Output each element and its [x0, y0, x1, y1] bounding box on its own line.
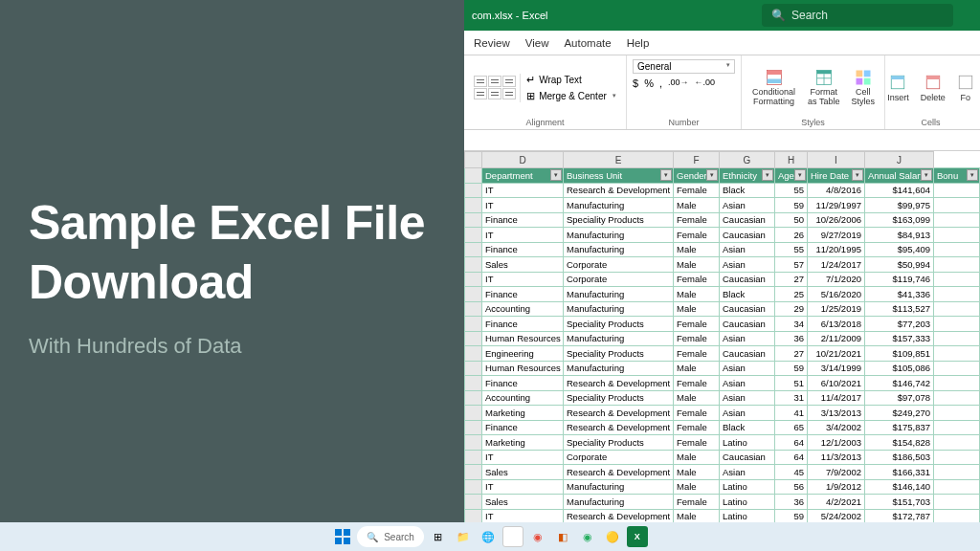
cell[interactable]: Black — [720, 183, 775, 198]
cell[interactable]: 57 — [775, 257, 808, 273]
cell[interactable]: 12/1/2003 — [808, 435, 865, 451]
cell[interactable]: 10/26/2006 — [808, 212, 865, 228]
cell[interactable]: Sales — [482, 257, 564, 273]
cell[interactable]: 10/21/2021 — [808, 346, 865, 362]
cell[interactable]: Marketing — [482, 435, 564, 451]
cell[interactable]: 25 — [775, 287, 808, 302]
table-row[interactable]: ITCorporateFemaleCaucasian277/1/2020$119… — [465, 272, 980, 287]
cell[interactable]: $141,604 — [865, 183, 934, 198]
cell[interactable]: 4/2/2021 — [808, 495, 865, 510]
cell[interactable]: Manufacturing — [564, 331, 674, 346]
cell[interactable]: Finance — [482, 317, 564, 332]
cell[interactable]: $105,086 — [865, 361, 934, 376]
table-header-cell[interactable]: Business Unit▾ — [564, 168, 674, 184]
cell[interactable]: 4/8/2016 — [808, 183, 865, 198]
filter-dropdown-icon[interactable]: ▾ — [706, 169, 718, 181]
cell[interactable]: Marketing — [482, 406, 564, 421]
table-row[interactable]: ITResearch & DevelopmentFemaleBlack554/8… — [465, 183, 980, 198]
edge-icon[interactable]: 🌐 — [478, 526, 499, 547]
cell[interactable]: Male — [674, 361, 720, 376]
cell[interactable]: 11/3/2013 — [808, 450, 865, 465]
cell[interactable]: Finance — [482, 212, 564, 228]
format-button[interactable]: Fo — [953, 72, 978, 104]
cell[interactable]: 7/1/2020 — [808, 272, 865, 287]
cell[interactable]: Speciality Products — [564, 212, 674, 228]
cell[interactable]: Female — [674, 376, 720, 391]
cell[interactable]: Male — [674, 390, 720, 406]
filter-dropdown-icon[interactable]: ▾ — [762, 169, 773, 181]
cell[interactable]: 36 — [775, 495, 808, 510]
cell[interactable]: Speciality Products — [564, 435, 674, 451]
cell[interactable]: $146,140 — [865, 479, 934, 495]
cell[interactable]: IT — [482, 450, 564, 465]
table-row[interactable]: MarketingSpeciality ProductsFemaleLatino… — [465, 435, 980, 451]
cell[interactable]: 26 — [775, 228, 808, 243]
cell[interactable]: IT — [482, 198, 564, 213]
table-header-cell[interactable]: Gender▾ — [674, 168, 720, 184]
cell[interactable]: Manufacturing — [564, 228, 674, 243]
cell[interactable]: 1/25/2019 — [808, 301, 865, 317]
cell[interactable]: IT — [482, 479, 564, 495]
cell[interactable]: Black — [720, 287, 775, 302]
app-icon[interactable]: ◉ — [527, 526, 548, 547]
tab-view[interactable]: View — [525, 37, 549, 49]
table-row[interactable]: ITManufacturingMaleAsian5911/29/1997$99,… — [465, 198, 980, 213]
cell[interactable]: 34 — [775, 317, 808, 332]
comma-button[interactable]: , — [659, 77, 662, 89]
cell[interactable]: Caucasian — [720, 450, 775, 465]
cell[interactable]: Caucasian — [720, 228, 775, 243]
cell[interactable]: 3/13/2013 — [808, 406, 865, 421]
start-button[interactable] — [332, 526, 353, 547]
table-row[interactable]: FinanceManufacturingMaleBlack255/16/2020… — [465, 287, 980, 302]
cell[interactable]: $163,099 — [865, 212, 934, 228]
cell[interactable]: $146,742 — [865, 376, 934, 391]
cell[interactable]: IT — [482, 228, 564, 243]
cell[interactable]: $97,078 — [865, 390, 934, 406]
table-header-cell[interactable]: Ethnicity▾ — [720, 168, 775, 184]
cell[interactable]: 6/10/2021 — [808, 376, 865, 391]
explorer-icon[interactable]: 📁 — [453, 526, 474, 547]
cell[interactable]: 1/24/2017 — [808, 257, 865, 273]
table-header-cell[interactable]: Department▾ — [482, 168, 564, 184]
cell[interactable]: 9/27/2019 — [808, 228, 865, 243]
cell[interactable]: IT — [482, 272, 564, 287]
cell[interactable]: 2/11/2009 — [808, 331, 865, 346]
cell[interactable]: Black — [720, 420, 775, 435]
formula-bar[interactable] — [464, 130, 980, 151]
table-row[interactable]: ITCorporateMaleCaucasian6411/3/2013$186,… — [465, 450, 980, 465]
cell[interactable]: Accounting — [482, 390, 564, 406]
cell[interactable]: Research & Development — [564, 420, 674, 435]
table-row[interactable]: FinanceSpeciality ProductsFemaleCaucasia… — [465, 212, 980, 228]
cell[interactable]: Male — [674, 198, 720, 213]
cell[interactable]: Speciality Products — [564, 317, 674, 332]
cell[interactable]: Asian — [720, 406, 775, 421]
cell[interactable]: Manufacturing — [564, 301, 674, 317]
cell[interactable]: Caucasian — [720, 317, 775, 332]
table-row[interactable]: FinanceResearch & DevelopmentFemaleBlack… — [465, 420, 980, 435]
cell[interactable]: Speciality Products — [564, 390, 674, 406]
cell[interactable]: Sales — [482, 465, 564, 480]
filter-dropdown-icon[interactable]: ▾ — [550, 169, 562, 181]
cell[interactable]: 27 — [775, 272, 808, 287]
cell[interactable]: Male — [674, 479, 720, 495]
cell[interactable]: Asian — [720, 331, 775, 346]
cell[interactable]: 41 — [775, 406, 808, 421]
cell[interactable]: Latino — [720, 435, 775, 451]
cell[interactable]: Sales — [482, 495, 564, 510]
cell[interactable]: Research & Development — [564, 406, 674, 421]
cell[interactable]: 3/14/1999 — [808, 361, 865, 376]
cell[interactable]: 56 — [775, 479, 808, 495]
cell[interactable]: Male — [674, 287, 720, 302]
cell[interactable]: 5/16/2020 — [808, 287, 865, 302]
cell[interactable]: Asian — [720, 242, 775, 257]
cell[interactable]: Male — [674, 301, 720, 317]
cell[interactable]: Female — [674, 228, 720, 243]
column-header[interactable]: I — [808, 152, 865, 168]
table-row[interactable]: FinanceResearch & DevelopmentFemaleAsian… — [465, 376, 980, 391]
cell[interactable]: IT — [482, 183, 564, 198]
cell[interactable]: Female — [674, 331, 720, 346]
tab-review[interactable]: Review — [474, 37, 510, 49]
excel-taskbar-icon[interactable]: X — [627, 526, 648, 547]
cell[interactable]: Research & Development — [564, 465, 674, 480]
filter-dropdown-icon[interactable]: ▾ — [921, 169, 932, 181]
